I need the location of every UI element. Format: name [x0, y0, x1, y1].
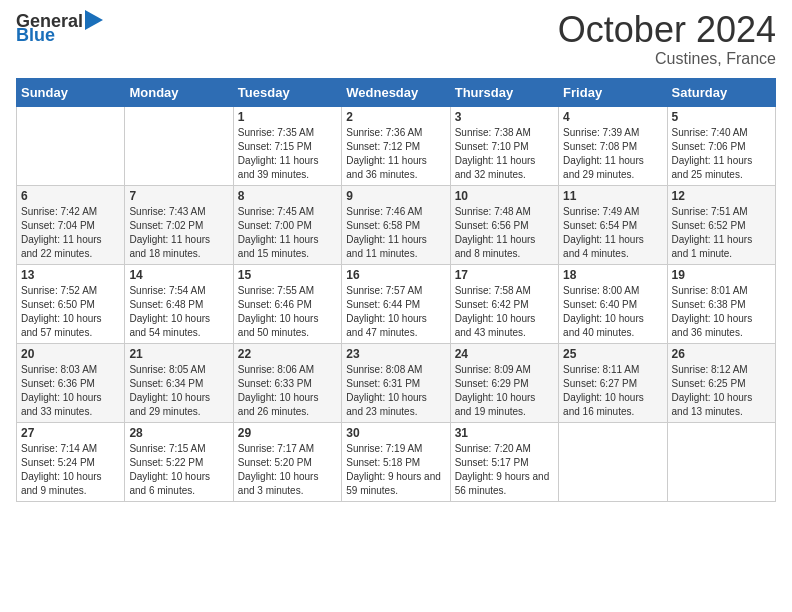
calendar-cell: 29Sunrise: 7:17 AMSunset: 5:20 PMDayligh… — [233, 423, 341, 502]
col-tuesday: Tuesday — [233, 79, 341, 107]
calendar-header-row: Sunday Monday Tuesday Wednesday Thursday… — [17, 79, 776, 107]
day-info: Sunrise: 8:12 AMSunset: 6:25 PMDaylight:… — [672, 363, 771, 419]
calendar-cell: 11Sunrise: 7:49 AMSunset: 6:54 PMDayligh… — [559, 186, 667, 265]
day-number: 1 — [238, 110, 337, 124]
day-number: 13 — [21, 268, 120, 282]
day-number: 23 — [346, 347, 445, 361]
day-number: 26 — [672, 347, 771, 361]
calendar-cell: 24Sunrise: 8:09 AMSunset: 6:29 PMDayligh… — [450, 344, 558, 423]
day-info: Sunrise: 8:06 AMSunset: 6:33 PMDaylight:… — [238, 363, 337, 419]
day-info: Sunrise: 7:40 AMSunset: 7:06 PMDaylight:… — [672, 126, 771, 182]
calendar-cell: 12Sunrise: 7:51 AMSunset: 6:52 PMDayligh… — [667, 186, 775, 265]
day-number: 6 — [21, 189, 120, 203]
calendar-cell: 26Sunrise: 8:12 AMSunset: 6:25 PMDayligh… — [667, 344, 775, 423]
calendar-cell — [125, 107, 233, 186]
calendar-cell: 7Sunrise: 7:43 AMSunset: 7:02 PMDaylight… — [125, 186, 233, 265]
day-info: Sunrise: 8:03 AMSunset: 6:36 PMDaylight:… — [21, 363, 120, 419]
calendar-week-5: 27Sunrise: 7:14 AMSunset: 5:24 PMDayligh… — [17, 423, 776, 502]
col-friday: Friday — [559, 79, 667, 107]
calendar-cell: 8Sunrise: 7:45 AMSunset: 7:00 PMDaylight… — [233, 186, 341, 265]
logo: General Blue — [16, 12, 103, 44]
col-saturday: Saturday — [667, 79, 775, 107]
day-number: 22 — [238, 347, 337, 361]
day-number: 20 — [21, 347, 120, 361]
calendar-cell: 10Sunrise: 7:48 AMSunset: 6:56 PMDayligh… — [450, 186, 558, 265]
col-sunday: Sunday — [17, 79, 125, 107]
day-number: 12 — [672, 189, 771, 203]
calendar-week-3: 13Sunrise: 7:52 AMSunset: 6:50 PMDayligh… — [17, 265, 776, 344]
calendar-cell: 25Sunrise: 8:11 AMSunset: 6:27 PMDayligh… — [559, 344, 667, 423]
day-info: Sunrise: 8:01 AMSunset: 6:38 PMDaylight:… — [672, 284, 771, 340]
calendar-week-2: 6Sunrise: 7:42 AMSunset: 7:04 PMDaylight… — [17, 186, 776, 265]
day-info: Sunrise: 7:14 AMSunset: 5:24 PMDaylight:… — [21, 442, 120, 498]
calendar-cell: 23Sunrise: 8:08 AMSunset: 6:31 PMDayligh… — [342, 344, 450, 423]
logo-arrow-icon — [85, 10, 103, 30]
day-number: 5 — [672, 110, 771, 124]
day-info: Sunrise: 7:46 AMSunset: 6:58 PMDaylight:… — [346, 205, 445, 261]
day-number: 31 — [455, 426, 554, 440]
day-info: Sunrise: 7:58 AMSunset: 6:42 PMDaylight:… — [455, 284, 554, 340]
col-thursday: Thursday — [450, 79, 558, 107]
logo-blue: Blue — [16, 26, 55, 44]
day-info: Sunrise: 7:45 AMSunset: 7:00 PMDaylight:… — [238, 205, 337, 261]
calendar-cell — [559, 423, 667, 502]
calendar-cell: 19Sunrise: 8:01 AMSunset: 6:38 PMDayligh… — [667, 265, 775, 344]
day-number: 8 — [238, 189, 337, 203]
day-number: 15 — [238, 268, 337, 282]
day-number: 29 — [238, 426, 337, 440]
calendar-cell: 15Sunrise: 7:55 AMSunset: 6:46 PMDayligh… — [233, 265, 341, 344]
day-info: Sunrise: 7:17 AMSunset: 5:20 PMDaylight:… — [238, 442, 337, 498]
day-number: 9 — [346, 189, 445, 203]
day-info: Sunrise: 7:43 AMSunset: 7:02 PMDaylight:… — [129, 205, 228, 261]
calendar-cell: 17Sunrise: 7:58 AMSunset: 6:42 PMDayligh… — [450, 265, 558, 344]
calendar-cell: 2Sunrise: 7:36 AMSunset: 7:12 PMDaylight… — [342, 107, 450, 186]
day-info: Sunrise: 8:00 AMSunset: 6:40 PMDaylight:… — [563, 284, 662, 340]
calendar-cell: 1Sunrise: 7:35 AMSunset: 7:15 PMDaylight… — [233, 107, 341, 186]
day-number: 3 — [455, 110, 554, 124]
day-info: Sunrise: 8:05 AMSunset: 6:34 PMDaylight:… — [129, 363, 228, 419]
day-number: 19 — [672, 268, 771, 282]
calendar-cell: 28Sunrise: 7:15 AMSunset: 5:22 PMDayligh… — [125, 423, 233, 502]
day-info: Sunrise: 8:08 AMSunset: 6:31 PMDaylight:… — [346, 363, 445, 419]
calendar-cell: 22Sunrise: 8:06 AMSunset: 6:33 PMDayligh… — [233, 344, 341, 423]
day-info: Sunrise: 7:20 AMSunset: 5:17 PMDaylight:… — [455, 442, 554, 498]
day-info: Sunrise: 7:42 AMSunset: 7:04 PMDaylight:… — [21, 205, 120, 261]
calendar-week-4: 20Sunrise: 8:03 AMSunset: 6:36 PMDayligh… — [17, 344, 776, 423]
day-info: Sunrise: 7:19 AMSunset: 5:18 PMDaylight:… — [346, 442, 445, 498]
col-wednesday: Wednesday — [342, 79, 450, 107]
day-number: 27 — [21, 426, 120, 440]
day-info: Sunrise: 8:09 AMSunset: 6:29 PMDaylight:… — [455, 363, 554, 419]
day-info: Sunrise: 7:52 AMSunset: 6:50 PMDaylight:… — [21, 284, 120, 340]
day-info: Sunrise: 7:36 AMSunset: 7:12 PMDaylight:… — [346, 126, 445, 182]
calendar-cell: 13Sunrise: 7:52 AMSunset: 6:50 PMDayligh… — [17, 265, 125, 344]
day-number: 16 — [346, 268, 445, 282]
calendar-cell: 27Sunrise: 7:14 AMSunset: 5:24 PMDayligh… — [17, 423, 125, 502]
day-number: 17 — [455, 268, 554, 282]
calendar-cell: 9Sunrise: 7:46 AMSunset: 6:58 PMDaylight… — [342, 186, 450, 265]
calendar-cell: 4Sunrise: 7:39 AMSunset: 7:08 PMDaylight… — [559, 107, 667, 186]
day-number: 14 — [129, 268, 228, 282]
day-info: Sunrise: 7:54 AMSunset: 6:48 PMDaylight:… — [129, 284, 228, 340]
day-number: 25 — [563, 347, 662, 361]
day-info: Sunrise: 7:55 AMSunset: 6:46 PMDaylight:… — [238, 284, 337, 340]
day-info: Sunrise: 7:38 AMSunset: 7:10 PMDaylight:… — [455, 126, 554, 182]
page: General Blue October 2024 Custines, Fran… — [0, 0, 792, 612]
calendar-cell — [17, 107, 125, 186]
col-monday: Monday — [125, 79, 233, 107]
calendar-cell: 31Sunrise: 7:20 AMSunset: 5:17 PMDayligh… — [450, 423, 558, 502]
calendar-cell: 6Sunrise: 7:42 AMSunset: 7:04 PMDaylight… — [17, 186, 125, 265]
calendar-cell: 5Sunrise: 7:40 AMSunset: 7:06 PMDaylight… — [667, 107, 775, 186]
svg-marker-0 — [85, 10, 103, 30]
month-title: October 2024 — [558, 12, 776, 48]
calendar-cell: 21Sunrise: 8:05 AMSunset: 6:34 PMDayligh… — [125, 344, 233, 423]
day-number: 11 — [563, 189, 662, 203]
title-area: October 2024 Custines, France — [558, 12, 776, 68]
day-info: Sunrise: 7:15 AMSunset: 5:22 PMDaylight:… — [129, 442, 228, 498]
calendar-table: Sunday Monday Tuesday Wednesday Thursday… — [16, 78, 776, 502]
day-info: Sunrise: 7:35 AMSunset: 7:15 PMDaylight:… — [238, 126, 337, 182]
day-info: Sunrise: 7:49 AMSunset: 6:54 PMDaylight:… — [563, 205, 662, 261]
calendar-cell: 30Sunrise: 7:19 AMSunset: 5:18 PMDayligh… — [342, 423, 450, 502]
day-info: Sunrise: 7:48 AMSunset: 6:56 PMDaylight:… — [455, 205, 554, 261]
header: General Blue October 2024 Custines, Fran… — [16, 12, 776, 68]
day-number: 30 — [346, 426, 445, 440]
